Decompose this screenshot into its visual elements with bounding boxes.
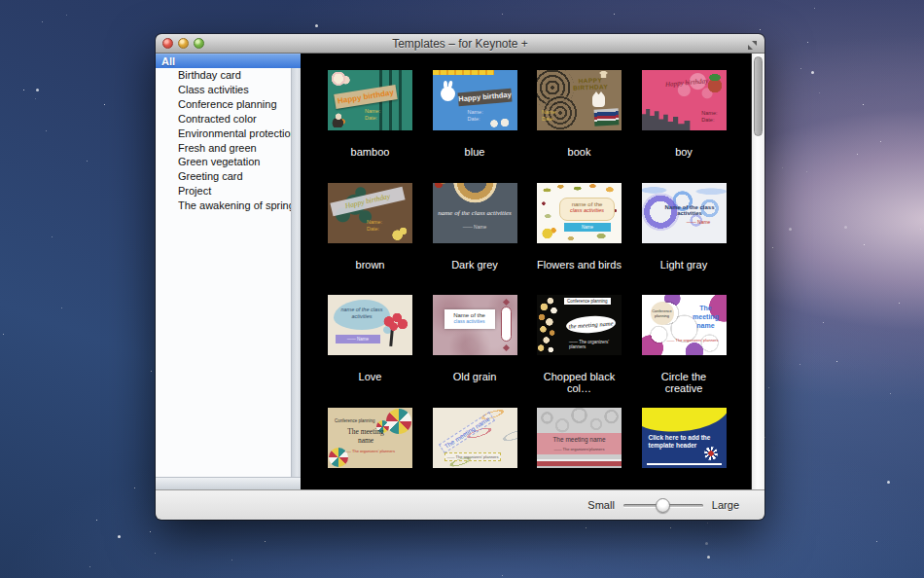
template-cell-bands[interactable]: The meeting name —— The organizers'plann… (537, 408, 622, 490)
books-decor (594, 108, 620, 126)
thumb-title: The meeting name (339, 427, 392, 445)
template-cell-brown[interactable]: Happy birthday Name: Date: brown (328, 183, 412, 296)
template-thumbnail-blue[interactable]: Happy birthday Name: Date: (433, 70, 517, 130)
starfield-decor (0, 0, 1, 1)
date-label: Date: (542, 116, 557, 123)
name-label: Name: (701, 110, 717, 117)
template-cell-love[interactable]: name of the class activities —— Name Lov… (328, 295, 412, 408)
template-cell-boy[interactable]: Happy birthday Name: Date: boy (642, 70, 727, 183)
template-thumbnail-ribbon[interactable]: The meeting name —— The organizers' plan… (433, 408, 517, 468)
date-label: Date: (367, 226, 382, 233)
bottom-bar: Small Large (156, 489, 764, 520)
figure-decor (332, 113, 345, 127)
template-thumbnail-boy[interactable]: Happy birthday Name: Date: (642, 70, 727, 130)
sidebar-horizontal-scrollbar[interactable] (156, 477, 301, 489)
template-caption: Love (328, 371, 412, 382)
thumb-title: name of the class activities (433, 209, 517, 217)
rabbit-decor (441, 87, 455, 101)
template-caption: brown (328, 259, 412, 271)
bird-decor (542, 227, 556, 238)
sidebar-item-green-vegetation[interactable]: Green vegetation (156, 155, 301, 169)
sidebar-item-awakening-of-spring[interactable]: The awakening of spring (156, 199, 301, 213)
template-cell-flowers-and-birds[interactable]: name of the class activities Name Flower… (537, 183, 622, 296)
template-thumbnail-chopped-black[interactable]: Conference planning the meeting name —— … (537, 295, 622, 355)
close-button[interactable] (162, 38, 173, 49)
thumb-title: The meeting name (537, 436, 622, 443)
template-thumbnail-light-gray[interactable]: Name of the class activities —— Name (642, 183, 727, 243)
template-cell-blue[interactable]: Happy birthday Name: Date: blue (433, 70, 517, 183)
heart-tree-decor (381, 313, 409, 333)
template-thumbnail-flowers-and-birds[interactable]: name of the class activities Name (537, 183, 622, 243)
template-thumbnail-old-grain[interactable]: Name of the class activities (433, 295, 517, 355)
diamond-decor (502, 299, 509, 306)
main-vertical-scrollbar[interactable] (751, 54, 764, 489)
thumb-title: Happy birthday (334, 85, 398, 109)
sidebar-item-all-selected[interactable]: All (156, 54, 301, 68)
template-thumbnail-circle-creative[interactable]: Conference planning The meeting name —— … (642, 295, 727, 355)
chick-decor (392, 227, 408, 240)
template-thumbnail-bamboo[interactable]: Happy birthday Name: Date: (328, 70, 412, 130)
template-thumbnail-brown[interactable]: Happy birthday Name: Date: (328, 183, 412, 243)
sidebar-vertical-scrollbar[interactable] (291, 68, 301, 477)
template-thumbnail-dark-grey[interactable]: name of the class activities —— Name (433, 183, 517, 243)
template-thumbnail-pinwheel[interactable]: Conference planning The meeting name —— … (328, 408, 412, 468)
template-thumbnail-love[interactable]: name of the class activities —— Name (328, 295, 412, 355)
sidebar-item-greeting-card[interactable]: Greeting card (156, 169, 301, 184)
thumb-title: Click here to add the template header (649, 434, 713, 450)
thumb-badge: Conference planning (335, 418, 375, 423)
scrollbar-thumb[interactable] (754, 56, 763, 136)
template-cell-circle-creative[interactable]: Conference planning The meeting name —— … (642, 295, 727, 408)
thumb-title: the meeting name (565, 314, 616, 335)
template-cell-old-grain[interactable]: Name of the class activities Old grain (433, 295, 517, 408)
sidebar-item-conference-planning[interactable]: Conference planning (156, 97, 301, 112)
sidebar-item-class-activities[interactable]: Class activities (156, 83, 301, 97)
sidebar-item-project[interactable]: Project (156, 184, 301, 199)
title-box: name of the class activities (559, 198, 615, 221)
name-label: Name: (365, 108, 380, 115)
template-caption: book (537, 146, 622, 158)
thumb-name-date: Name: Date: (365, 108, 380, 122)
template-thumbnail-header[interactable]: Click here to add the template header (642, 408, 727, 468)
template-cell-chopped-black[interactable]: Conference planning the meeting name —— … (537, 295, 622, 408)
minimize-button[interactable] (178, 38, 189, 49)
sidebar-item-birthday-card[interactable]: Birthday card (156, 68, 301, 83)
template-caption: boy (642, 146, 727, 158)
template-cell-light-gray[interactable]: Name of the class activities —— Name Lig… (642, 183, 727, 296)
flower-icon (704, 447, 718, 460)
zoom-button[interactable] (194, 38, 204, 49)
template-cell-pinwheel[interactable]: Conference planning The meeting name —— … (328, 408, 412, 490)
thumb-subtitle: —— Name (671, 219, 727, 225)
thumb-badge: Conference planning (564, 298, 611, 305)
template-caption: Light gray (642, 259, 727, 271)
sidebar-item-contracted-color[interactable]: Contracted color (156, 112, 301, 126)
titlebar[interactable]: Templates – for Keynote + (156, 34, 764, 54)
templates-window: Templates – for Keynote + All Birthday c… (156, 34, 764, 520)
template-cell-dark-grey[interactable]: name of the class activities —— Name Dar… (433, 183, 517, 296)
thumb-subtitle: —— Name (433, 224, 517, 230)
template-cell-book[interactable]: HAPPY BIRTHDAY Name: Date: book (537, 70, 622, 183)
traffic-lights (162, 38, 204, 49)
template-cell-bamboo[interactable]: Happy birthday Name: Date: bamboo (328, 70, 412, 183)
template-thumbnail-bands[interactable]: The meeting name —— The organizers'plann… (537, 408, 622, 468)
sidebar-item-fresh-and-green[interactable]: Fresh and green (156, 141, 301, 156)
date-label: Date: (701, 117, 717, 124)
title-box: Name of the class activities (444, 309, 495, 329)
thumb-subtitle: —— The organizers'planners (537, 447, 622, 452)
name-label: Name: (542, 109, 557, 116)
template-caption: Dark grey (433, 259, 517, 271)
template-cell-ribbon[interactable]: The meeting name —— The organizers' plan… (433, 408, 517, 490)
template-cell-header[interactable]: Click here to add the template header (642, 408, 727, 490)
sidebar-item-environmental-protection[interactable]: Environmental protection (156, 126, 301, 141)
thumb-subtitle: —— Name (336, 335, 380, 343)
fullscreen-icon[interactable] (746, 38, 759, 51)
thumbnail-size-slider[interactable] (623, 498, 703, 513)
slider-thumb[interactable] (656, 498, 670, 513)
name-label: Name: (367, 219, 382, 226)
thumb-badge: Conference planning (651, 302, 674, 325)
thumb-subtitle: —— The organizers' planners (667, 338, 719, 343)
capsule-decor (501, 307, 512, 342)
template-thumbnail-book[interactable]: HAPPY BIRTHDAY Name: Date: (537, 70, 622, 130)
template-grid-area: Happy birthday Name: Date: bamboo (301, 54, 751, 489)
thumb-subtitle: —— The organizers' planners (444, 452, 502, 461)
desktop-wallpaper: Templates – for Keynote + All Birthday c… (0, 0, 924, 578)
